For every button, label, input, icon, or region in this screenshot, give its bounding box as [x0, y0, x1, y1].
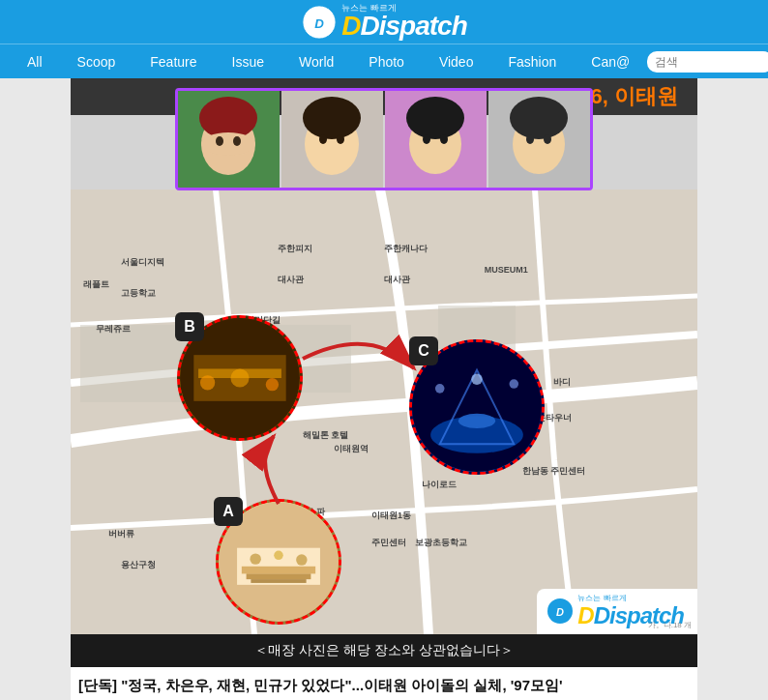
location-label-a: A	[214, 497, 243, 526]
svg-point-37	[510, 379, 519, 389]
date-stamp: 가。나.18 개	[648, 620, 692, 630]
location-label-c: C	[409, 336, 438, 365]
nav-items: All Scoop Feature Issue World Photo Vide…	[10, 44, 647, 79]
face-3	[385, 91, 487, 188]
svg-point-12	[337, 134, 344, 144]
article-area: [단독] "정국, 차은우, 재현, 민규가 있었다"...이태원 아이돌의 실…	[71, 667, 697, 700]
svg-point-30	[230, 368, 249, 387]
search-area	[647, 51, 768, 73]
navigation: All Scoop Feature Issue World Photo Vide…	[0, 44, 768, 78]
nav-item-world[interactable]: World	[281, 44, 351, 79]
logo-text: DDispatch	[341, 13, 466, 40]
nav-item-scoop[interactable]: Scoop	[60, 44, 133, 79]
faces-row	[175, 88, 593, 190]
face-1	[178, 91, 280, 188]
svg-point-46	[296, 554, 307, 565]
svg-text:D: D	[556, 606, 564, 618]
svg-point-44	[250, 553, 260, 564]
nav-item-photo[interactable]: Photo	[351, 44, 422, 79]
nav-item-issue[interactable]: Issue	[215, 44, 281, 79]
map-label-museum: MUSEUM1	[485, 265, 528, 275]
nav-item-all[interactable]: All	[10, 44, 60, 79]
svg-point-15	[406, 97, 464, 139]
svg-point-7	[233, 136, 241, 146]
map-label-boguang: 보광초등학교	[415, 537, 467, 549]
map-label-nairoad: 나이로드	[422, 479, 457, 491]
nav-item-feature[interactable]: Feature	[133, 44, 214, 79]
map-label-canada2: 대사관	[384, 274, 410, 286]
map-label-murejur: 무레쥬르	[96, 323, 131, 335]
dispatch-logo-icon: D	[301, 4, 338, 41]
watermark-icon: D	[546, 598, 574, 625]
map-label-itaewon-center: 이태원1동	[371, 510, 411, 522]
nav-item-video[interactable]: Video	[422, 44, 491, 79]
map-label-raffle: 래플트	[83, 278, 109, 291]
svg-point-21	[526, 134, 534, 144]
svg-point-29	[200, 375, 215, 390]
svg-point-5	[201, 132, 255, 156]
article-title: [단독] "정국, 차은우, 재현, 민규가 있었다"...이태원 아이돌의 실…	[71, 677, 697, 695]
svg-point-35	[458, 414, 495, 428]
map-label-hannam: 한남동 주민센터	[522, 465, 586, 478]
svg-point-16	[423, 134, 430, 144]
face-2	[281, 91, 383, 188]
svg-rect-41	[242, 567, 315, 574]
svg-point-45	[274, 551, 283, 561]
map-label-highschool: 고등학교	[121, 287, 156, 300]
svg-text:D: D	[314, 15, 324, 30]
map-label-itaewon-station: 이태원역	[334, 443, 369, 455]
svg-point-36	[435, 384, 445, 394]
nav-item-fashion[interactable]: Fashion	[490, 44, 574, 79]
location-label-b: B	[175, 312, 204, 341]
svg-point-31	[266, 378, 279, 391]
svg-point-22	[544, 134, 551, 144]
svg-rect-43	[251, 579, 306, 583]
logo[interactable]: D 뉴스는 빠르게 DDispatch	[301, 4, 466, 41]
search-input[interactable]	[647, 51, 768, 73]
map-label-badi: 바디	[553, 376, 571, 389]
map-label-hamilton: 해밀톤 호텔	[303, 429, 349, 442]
map-label-fiji: 주한피지	[278, 243, 312, 255]
svg-point-10	[303, 97, 361, 139]
header: D 뉴스는 빠르게 DDispatch	[0, 0, 768, 44]
main-article-image: 4.25~4.26, 이태원	[71, 78, 697, 667]
svg-point-11	[319, 134, 327, 144]
map-label-itaewon-center2: 주민센터	[371, 537, 406, 549]
caption-bar: ＜매장 사진은 해당 장소와 상관없습니다＞	[71, 634, 697, 667]
map-label-yongsan: 용산구청	[121, 559, 156, 571]
svg-point-17	[440, 134, 448, 144]
map-labels: 서울디지텍 고등학교 주한피지 대사관 주한캐나다 대사관 MUSEUM1 성리…	[71, 190, 697, 634]
svg-point-6	[216, 136, 223, 146]
svg-point-20	[510, 97, 568, 139]
map-label-seoul-digilog: 서울디지텍	[121, 256, 164, 269]
map-area: 서울디지텍 고등학교 주한피지 대사관 주한캐나다 대사관 MUSEUM1 성리…	[71, 190, 697, 634]
svg-rect-42	[247, 573, 311, 579]
nav-item-cang[interactable]: Can@	[574, 44, 647, 79]
map-label-fiji2: 대사관	[278, 274, 304, 286]
dispatch-watermark: D 뉴스는 빠르게 DDispatch 가。나.18 개	[537, 589, 697, 634]
map-label-canada: 주한캐나다	[384, 243, 428, 255]
map-label-burberry: 버버류	[108, 528, 134, 540]
svg-point-38	[471, 374, 482, 385]
face-4	[488, 91, 590, 188]
map-background: 4.25~4.26, 이태원	[71, 78, 697, 634]
